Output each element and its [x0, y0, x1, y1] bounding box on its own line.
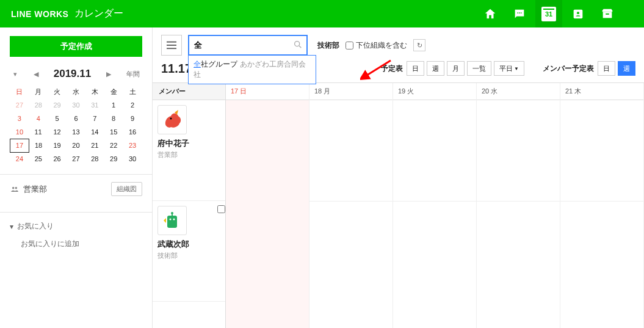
view-list-button[interactable]: 一覧 — [467, 61, 491, 76]
day-column[interactable]: 21 木 — [560, 83, 644, 328]
mini-cal-day[interactable]: 16 — [123, 125, 142, 139]
member-view-day-button[interactable]: 日 — [598, 61, 615, 76]
mini-cal-day[interactable]: 21 — [85, 139, 104, 152]
mini-cal-day[interactable]: 23 — [123, 139, 142, 152]
include-suborg-input[interactable] — [346, 42, 353, 49]
day-header: 21 木 — [560, 83, 643, 100]
mini-cal-day[interactable]: 24 — [10, 152, 29, 166]
search-icon[interactable] — [293, 40, 303, 49]
member-dept: 営業部 — [157, 150, 220, 159]
svg-rect-15 — [167, 216, 177, 228]
avatar — [157, 206, 187, 235]
year-view-button[interactable]: 年間 — [126, 70, 140, 79]
autocomplete-dropdown[interactable]: 全社グループあかざわ工房合同会社 — [188, 55, 316, 84]
mini-cal-day[interactable]: 30 — [123, 152, 142, 166]
favorites-label: お気に入り — [17, 221, 54, 231]
view-week-button[interactable]: 週 — [427, 61, 444, 76]
add-favorite-button[interactable]: お気に入りに追加 — [10, 233, 142, 249]
mini-cal-day[interactable]: 3 — [10, 112, 29, 125]
mini-cal-day[interactable]: 28 — [29, 98, 48, 112]
view-weekday-button[interactable]: 平日▼ — [494, 61, 524, 76]
day-column[interactable]: 20 水 — [477, 83, 560, 328]
day-column[interactable]: 17 日 — [226, 83, 309, 328]
mini-cal-day[interactable]: 31 — [85, 98, 104, 112]
mini-cal-day[interactable]: 29 — [104, 152, 123, 166]
search-input[interactable] — [188, 35, 308, 56]
mini-cal-dow: 水 — [67, 85, 85, 98]
row-checkbox[interactable] — [217, 205, 225, 213]
mini-cal-day[interactable]: 1 — [104, 98, 123, 112]
include-suborg-label: 下位組織を含む — [356, 40, 407, 51]
search-wrapper: 全社グループあかざわ工房合同会社 — [188, 35, 308, 56]
svg-point-18 — [170, 219, 172, 220]
next-month-button[interactable]: ▶ — [105, 69, 112, 79]
mini-cal-day[interactable]: 8 — [104, 112, 123, 125]
member-name: 府中花子 — [157, 138, 220, 149]
day-column[interactable]: 19 火 — [393, 83, 477, 328]
mini-cal-day[interactable]: 20 — [67, 139, 85, 152]
mini-cal-day[interactable]: 28 — [85, 152, 104, 166]
create-event-button[interactable]: 予定作成 — [10, 36, 142, 57]
mini-cal-day[interactable]: 27 — [67, 152, 85, 166]
mini-cal-day[interactable]: 26 — [48, 152, 67, 166]
mini-cal-day[interactable]: 29 — [48, 98, 67, 112]
svg-point-7 — [12, 186, 15, 189]
app-header: LINE WORKS カレンダー 31 — [0, 0, 644, 27]
archive-icon[interactable] — [594, 0, 621, 27]
dragon-icon — [160, 108, 184, 132]
mini-cal-day[interactable]: 17 — [10, 139, 29, 152]
day-columns: 17 日18 月19 火20 水21 木 — [226, 83, 644, 328]
chat-icon[interactable] — [506, 0, 533, 27]
mini-cal-day[interactable]: 14 — [85, 125, 104, 139]
member-name: 武蔵次郎 — [157, 239, 220, 250]
mini-cal-day[interactable]: 18 — [29, 139, 48, 152]
content-area: 全社グループあかざわ工房合同会社 技術部 下位組織を含む ↻ 11.17-11.… — [153, 27, 644, 328]
dept-label: 営業部 — [23, 184, 47, 195]
calendar-icon[interactable]: 31 — [535, 0, 562, 27]
mini-cal-day[interactable]: 19 — [48, 139, 67, 152]
view-day-button[interactable]: 日 — [407, 61, 424, 76]
mini-cal-day[interactable]: 11 — [29, 125, 48, 139]
mini-cal-day[interactable]: 2 — [123, 98, 142, 112]
member-column: メンバー 府中花子 営業部 武蔵次郎 技術部 — [153, 83, 226, 328]
menu-toggle-button[interactable] — [161, 35, 182, 56]
prev-month-button[interactable]: ◀ — [32, 69, 40, 79]
mini-cal-day[interactable]: 9 — [123, 112, 142, 125]
mini-cal-day[interactable]: 30 — [67, 98, 85, 112]
year-month-label: 2019.11 — [54, 68, 91, 80]
mini-cal-day[interactable]: 5 — [48, 112, 67, 125]
mini-cal-day[interactable]: 27 — [10, 98, 29, 112]
day-column[interactable]: 18 月 — [309, 83, 393, 328]
mini-cal-day[interactable]: 13 — [67, 125, 85, 139]
day-header: 17 日 — [226, 83, 309, 100]
hamburger-icon — [167, 41, 176, 49]
day-header: 20 水 — [477, 83, 560, 100]
mini-cal-day[interactable]: 6 — [67, 112, 85, 125]
ac-match: 全 — [194, 60, 201, 68]
member-dept: 技術部 — [157, 251, 220, 260]
home-icon[interactable] — [477, 0, 504, 27]
reload-button[interactable]: ↻ — [413, 39, 425, 51]
mini-cal-day[interactable]: 12 — [48, 125, 67, 139]
mini-cal-dow: 金 — [104, 85, 123, 98]
member-cell: 武蔵次郎 技術部 — [153, 201, 225, 302]
collapse-icon[interactable]: ▾ — [12, 69, 18, 79]
mini-cal-day[interactable]: 15 — [104, 125, 123, 139]
svg-point-16 — [171, 212, 173, 214]
mini-cal-body: 2728293031123456789101112131415161718192… — [10, 98, 142, 166]
people-icon — [10, 185, 20, 194]
favorites-toggle[interactable]: ▾ お気に入り — [10, 220, 142, 233]
member-view-week-button[interactable]: 週 — [618, 61, 635, 76]
view-month-button[interactable]: 月 — [447, 61, 465, 76]
svg-point-12 — [295, 42, 300, 46]
mini-cal-day[interactable]: 7 — [85, 112, 104, 125]
org-chart-button[interactable]: 組織図 — [111, 182, 142, 196]
mini-cal-day[interactable]: 22 — [104, 139, 123, 152]
include-suborg-checkbox[interactable]: 下位組織を含む — [346, 40, 407, 51]
mini-cal-day[interactable]: 10 — [10, 125, 29, 139]
mini-cal-day[interactable]: 25 — [29, 152, 48, 166]
contacts-icon[interactable] — [565, 0, 592, 27]
member-column-header: メンバー — [153, 83, 225, 100]
mini-cal-day[interactable]: 4 — [29, 112, 48, 125]
left-sidebar: 予定作成 ▾ ◀ 2019.11 ▶ 年間 日月火水木金土 2728293031… — [0, 27, 153, 328]
